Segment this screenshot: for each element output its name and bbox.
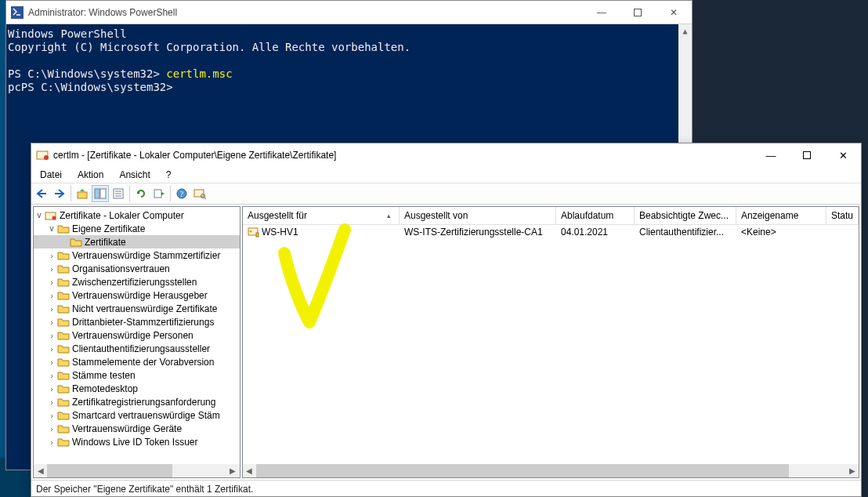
tree-item[interactable]: ›Organisationsvertrauen (34, 262, 240, 275)
up-button[interactable] (74, 185, 91, 202)
expand-icon[interactable]: › (46, 291, 57, 300)
collapse-icon[interactable]: ∨ (34, 210, 45, 220)
properties-button[interactable] (110, 185, 127, 202)
expand-icon[interactable]: › (46, 331, 57, 340)
console-line (8, 54, 690, 67)
cell-purpose: Clientauthentifizier... (635, 227, 736, 238)
expand-icon[interactable]: › (46, 251, 57, 260)
collapse-icon[interactable]: ∨ (46, 223, 57, 234)
column-expiry[interactable]: Ablaufdatum (556, 207, 635, 225)
menu-help[interactable]: ? (160, 168, 178, 182)
tree-item[interactable]: ›Remotedesktop (34, 382, 240, 395)
column-status[interactable]: Statu (826, 207, 859, 225)
column-friendly[interactable]: Anzeigename (736, 207, 826, 225)
column-issued-to[interactable]: Ausgestellt für ▴ (243, 207, 400, 225)
tree-item[interactable]: ›Vertrauenswürdige Personen (34, 328, 240, 342)
menu-file[interactable]: Datei (34, 168, 68, 182)
expand-icon[interactable]: › (46, 424, 57, 434)
svg-text:?: ? (180, 190, 184, 198)
find-cert-button[interactable] (191, 185, 208, 202)
tree-item[interactable]: ›Zwischenzertifizierungsstellen (34, 275, 240, 288)
scroll-left-icon[interactable]: ◀ (34, 464, 47, 477)
close-button[interactable]: ✕ (656, 1, 692, 24)
tree-item[interactable]: ›Vertrauenswürdige Geräte (34, 422, 240, 435)
svg-rect-19 (256, 233, 259, 237)
expand-icon[interactable]: › (46, 371, 57, 380)
tree-item[interactable]: ›Vertrauenswürdige Herausgeber (34, 288, 240, 302)
svg-rect-9 (154, 190, 161, 198)
folder-icon (57, 223, 70, 234)
tree-certificates-selected[interactable]: Zertifikate (34, 235, 240, 248)
menu-view[interactable]: Ansicht (113, 168, 156, 182)
scrollbar-horizontal[interactable]: ◀ ▶ (34, 464, 240, 477)
folder-icon (57, 423, 70, 434)
back-button[interactable] (33, 185, 50, 202)
menu-action[interactable]: Aktion (71, 168, 110, 182)
scroll-right-icon[interactable]: ▶ (845, 464, 859, 477)
minimize-button[interactable]: — (753, 143, 789, 167)
console-line: Windows PowerShell (8, 27, 690, 41)
help-button[interactable]: ? (173, 185, 190, 202)
powershell-icon (11, 6, 24, 19)
certlm-titlebar[interactable]: certlm - [Zertifikate - Lokaler Computer… (31, 143, 861, 167)
expand-icon[interactable]: › (46, 264, 57, 274)
tree-item[interactable]: ›Stämme testen (34, 368, 240, 382)
powershell-title: Administrator: Windows PowerShell (28, 7, 177, 18)
tree-item[interactable]: ›Zertifikatregistrierungsanforderung (34, 395, 240, 408)
folder-icon (57, 303, 70, 314)
column-purpose[interactable]: Beabsichtigte Zwec... (635, 207, 736, 225)
svg-rect-2 (78, 192, 87, 198)
list-header: Ausgestellt für ▴ Ausgestellt von Ablauf… (243, 207, 859, 225)
svg-point-18 (249, 230, 251, 233)
expand-icon[interactable]: › (46, 278, 57, 287)
scroll-up-icon[interactable]: ▲ (678, 24, 692, 38)
folder-icon (57, 383, 70, 394)
console-line: pcPS C:\Windows\system32> (8, 81, 690, 94)
cert-store-icon (45, 210, 57, 221)
show-tree-button[interactable] (92, 185, 109, 202)
svg-rect-4 (100, 189, 106, 198)
tree-item[interactable]: ›Nicht vertrauenswürdige Zertifikate (34, 302, 240, 315)
tree-pane: ∨ Zertifikate - Lokaler Computer ∨ Eigen… (33, 206, 241, 478)
close-button[interactable]: ✕ (825, 143, 861, 167)
scrollbar-horizontal[interactable]: ◀ ▶ (243, 464, 859, 477)
certificate-icon (248, 227, 260, 238)
forward-button[interactable] (51, 185, 68, 202)
expand-icon[interactable]: › (46, 411, 57, 420)
folder-icon (57, 250, 70, 261)
tree-item[interactable]: ›Drittanbieter-Stammzertifizierungs (34, 315, 240, 328)
column-issued-by[interactable]: Ausgestellt von (400, 207, 556, 225)
certificate-row[interactable]: WS-HV1 WS-ITS-Zertifizierungsstelle-CA1 … (243, 225, 859, 239)
expand-icon[interactable]: › (46, 344, 57, 354)
tree-item[interactable]: ›Stammelemente der Vorabversion (34, 355, 240, 368)
tree-item[interactable]: ›Clientauthentifizierungsaussteller (34, 342, 240, 355)
menu-bar: Datei Aktion Ansicht ? (31, 167, 861, 183)
folder-icon (57, 437, 70, 448)
tree-root[interactable]: ∨ Zertifikate - Lokaler Computer (34, 209, 240, 222)
maximize-button[interactable] (789, 143, 825, 167)
tree-own-certs[interactable]: ∨ Eigene Zertifikate (34, 222, 240, 235)
expand-icon[interactable]: › (46, 304, 57, 314)
expand-icon[interactable]: › (46, 357, 57, 367)
refresh-button[interactable] (132, 185, 150, 202)
export-button[interactable] (150, 185, 168, 202)
powershell-titlebar[interactable]: Administrator: Windows PowerShell — ✕ (6, 1, 692, 24)
folder-icon (57, 397, 70, 408)
cert-mmc-icon (36, 149, 49, 161)
expand-icon[interactable]: › (46, 384, 57, 394)
tree-item[interactable]: ›Windows Live ID Token Issuer (34, 435, 240, 448)
folder-icon (57, 343, 70, 354)
scroll-thumb[interactable] (256, 464, 789, 477)
scroll-thumb[interactable] (47, 464, 172, 477)
tree-item[interactable]: ›Smartcard vertrauenswürdige Stäm (34, 408, 240, 422)
maximize-button[interactable] (620, 1, 656, 24)
expand-icon[interactable]: › (46, 437, 57, 447)
tree-item[interactable]: ›Vertrauenswürdige Stammzertifizier (34, 248, 240, 262)
expand-icon[interactable]: › (46, 317, 57, 327)
scroll-right-icon[interactable]: ▶ (226, 464, 240, 477)
sort-asc-icon: ▴ (387, 212, 394, 219)
scroll-left-icon[interactable]: ◀ (243, 464, 256, 477)
expand-icon[interactable]: › (46, 397, 57, 407)
folder-icon (57, 263, 70, 274)
minimize-button[interactable]: — (584, 1, 620, 24)
